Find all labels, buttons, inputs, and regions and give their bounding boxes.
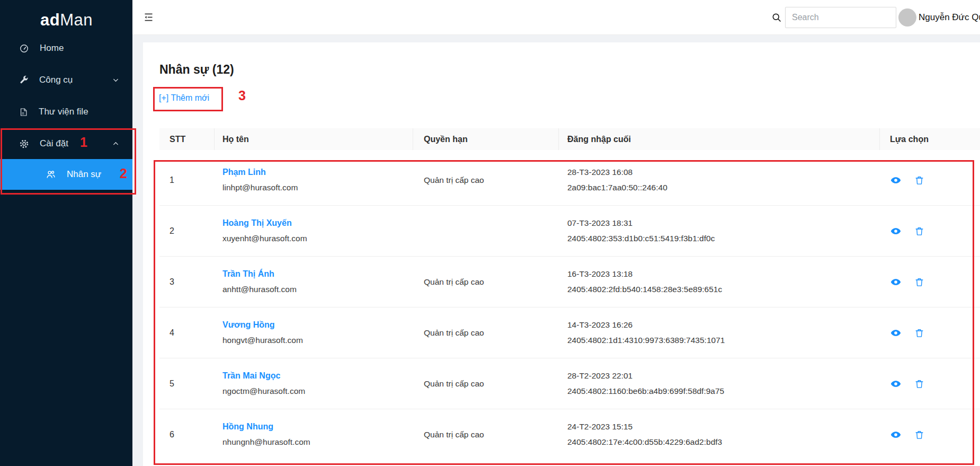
row-last-login-time: 07-T3-2023 18:31 [567,218,632,228]
table-row: 5 Trần Mai Ngọc ngoctm@hurasoft.com Quản… [159,358,980,409]
search-icon[interactable] [771,12,782,25]
eye-icon[interactable] [890,226,901,236]
row-last-login-ip: 2405:4802:1d1:4310:9973:6389:7435:1071 [567,336,725,345]
sidebar-item-tools[interactable]: Công cụ [0,65,132,95]
table-header: STT Họ tên Quyền hạn Đăng nhập cuối Lựa … [159,128,980,150]
row-stt: 3 [170,277,174,287]
eye-icon[interactable] [890,277,901,287]
row-email: hongvt@hurasoft.com [222,336,303,345]
table-row: 1 Phạm Linh linhpt@hurasoft.com Quản trị… [159,155,980,206]
page-title: Nhân sự (12) [159,63,234,77]
chevron-down-icon [112,77,119,84]
app-window: adMan Home Công cụ Thư viện file [0,0,980,466]
row-last-login-ip: 2405:4802:2fd:b540:1458:28e3:5e89:651c [567,285,722,294]
row-last-login-time: 28-T3-2023 16:08 [567,168,632,177]
row-role: Quản trị cấp cao [424,430,484,439]
dashboard-icon [19,43,29,54]
row-last-login-time: 28-T2-2023 22:01 [567,371,632,381]
topbar: Nguyễn Đức Qu [132,0,980,35]
column-divider [214,128,215,150]
row-role: Quản trị cấp cao [424,328,484,338]
search-input[interactable] [785,7,896,28]
username[interactable]: Nguyễn Đức Qu [919,0,980,35]
column-divider [558,128,559,150]
sidebar-item-label: Home [40,43,64,54]
column-divider [879,128,880,150]
row-role: Quản trị cấp cao [424,379,484,389]
app-logo-bold: ad [40,11,60,29]
row-last-login-ip: 2405:4802:353:d1b0:c51:5419:f3b1:df0c [567,234,715,243]
sidebar: adMan Home Công cụ Thư viện file [0,0,132,466]
sidebar-item-label: Công cụ [39,75,73,85]
eye-icon[interactable] [890,175,901,186]
row-last-login-time: 16-T3-2023 13:18 [567,269,632,279]
sidebar-item-file-library[interactable]: Thư viện file [0,96,132,127]
row-name-link[interactable]: Trần Mai Ngọc [222,371,280,381]
row-last-login-ip: 2a09:bac1:7aa0:50::246:40 [567,183,667,192]
eye-icon[interactable] [890,328,901,338]
sidebar-item-personnel[interactable]: Nhân sự [0,159,132,190]
table-row: 6 Hồng Nhung nhungnh@hurasoft.com Quản t… [159,409,980,460]
sidebar-item-settings[interactable]: Cài đặt [0,128,132,159]
sidebar-item-label: Nhân sự [67,169,101,180]
file-icon [19,107,28,117]
row-role: Quản trị cấp cao [424,175,484,185]
row-stt: 5 [170,379,174,389]
table-row: 3 Trần Thị Ánh anhtt@hurasoft.com Quản t… [159,257,980,307]
trash-icon[interactable] [914,430,924,440]
content-card: Nhân sự (12) [+] Thêm mới STT Họ tên Quy… [143,42,980,466]
header-stt: STT [170,128,185,150]
app-logo-light: Man [60,11,93,29]
table-row: 2 Hoàng Thị Xuyến xuyenht@hurasoft.com 0… [159,206,980,257]
trash-icon[interactable] [914,379,924,389]
row-last-login-ip: 2405:4802:17e:4c00:d55b:4229:6ad2:bdf3 [567,437,722,447]
row-last-login-ip: 2405:4802:1160:be6b:a4b9:699f:58df:9a75 [567,386,724,396]
avatar[interactable] [898,8,916,27]
row-stt: 4 [170,328,174,338]
personnel-table: STT Họ tên Quyền hạn Đăng nhập cuối Lựa … [159,128,980,460]
table-body: 1 Phạm Linh linhpt@hurasoft.com Quản trị… [159,155,980,460]
eye-icon[interactable] [890,379,901,389]
column-divider [413,128,413,150]
row-email: anhtt@hurasoft.com [222,285,297,294]
wrench-icon [19,75,29,85]
row-role: Quản trị cấp cao [424,277,484,287]
sidebar-item-label: Thư viện file [39,107,88,117]
row-name-link[interactable]: Vương Hồng [222,320,275,330]
row-email: ngoctm@hurasoft.com [222,386,305,396]
header-name: Họ tên [222,128,249,150]
row-name-link[interactable]: Trần Thị Ánh [222,269,274,279]
chevron-up-icon [112,140,119,147]
header-actions: Lựa chọn [890,128,929,150]
table-row: 4 Vương Hồng hongvt@hurasoft.com Quản tr… [159,307,980,358]
trash-icon[interactable] [914,175,924,185]
header-role: Quyền hạn [424,128,468,150]
sidebar-item-label: Cài đặt [40,138,68,149]
row-stt: 2 [170,226,174,236]
app-logo[interactable]: adMan [40,11,93,30]
row-stt: 6 [170,430,174,439]
add-new-link[interactable]: [+] Thêm mới [159,93,209,103]
sidebar-item-home[interactable]: Home [0,33,132,64]
row-stt: 1 [170,175,174,185]
header-last-login: Đăng nhập cuối [567,128,631,150]
row-last-login-time: 24-T2-2023 15:15 [567,422,632,432]
row-email: linhpt@hurasoft.com [222,183,298,192]
row-name-link[interactable]: Phạm Linh [222,168,266,177]
row-last-login-time: 14-T3-2023 16:26 [567,320,632,330]
people-icon [46,169,56,180]
row-name-link[interactable]: Hồng Nhung [222,422,273,432]
menu-fold-icon[interactable] [143,12,154,25]
row-name-link[interactable]: Hoàng Thị Xuyến [222,218,292,228]
eye-icon[interactable] [890,429,901,440]
gear-icon [19,139,29,149]
trash-icon[interactable] [914,328,924,338]
row-email: nhungnh@hurasoft.com [222,437,310,447]
trash-icon[interactable] [914,226,924,236]
trash-icon[interactable] [914,277,924,287]
row-email: xuyenht@hurasoft.com [222,234,307,243]
